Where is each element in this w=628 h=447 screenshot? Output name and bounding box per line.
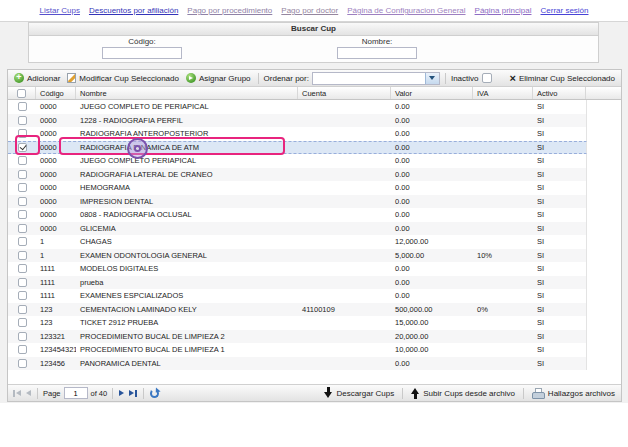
inactive-checkbox[interactable] bbox=[482, 73, 492, 83]
row-checkbox[interactable] bbox=[18, 278, 27, 287]
nav-link-2[interactable]: Pago por procedimiento bbox=[187, 6, 272, 15]
last-page-button[interactable] bbox=[128, 390, 138, 397]
row-checkbox[interactable] bbox=[18, 143, 27, 152]
row-checkbox[interactable] bbox=[18, 116, 27, 125]
row-select-cell bbox=[8, 357, 36, 371]
cell-codigo: 0000 bbox=[36, 195, 76, 209]
assign-group-icon bbox=[186, 73, 196, 83]
table-row[interactable]: 0000 IMPRESION DENTAL 0.00 SI bbox=[8, 195, 587, 209]
header-cell-valor[interactable]: Valor bbox=[391, 87, 473, 99]
row-checkbox[interactable] bbox=[18, 210, 27, 219]
table-row[interactable]: 0000 RADIOGRAFIA ANTEROPOSTERIOR 0.00 SI bbox=[8, 127, 587, 141]
prev-page-button[interactable] bbox=[25, 390, 32, 396]
row-checkbox[interactable] bbox=[18, 251, 27, 260]
table-row[interactable]: 0000 1228 - RADIOGRAFIA PERFIL 0.00 SI bbox=[8, 114, 587, 128]
table-row[interactable]: 123456 PANORAMICA DENTAL 0.00 SI bbox=[8, 357, 587, 371]
table-row[interactable]: 123321 PROCEDIMIENTO BUCAL DE LIMPIEZA 2… bbox=[8, 330, 587, 344]
cell-valor: 0.00 bbox=[391, 127, 473, 141]
row-checkbox[interactable] bbox=[18, 345, 27, 354]
nombre-input[interactable] bbox=[337, 47, 417, 59]
row-checkbox[interactable] bbox=[18, 264, 27, 273]
cell-codigo: 0000 bbox=[36, 100, 76, 114]
header-cell-iva[interactable]: IVA bbox=[473, 87, 533, 99]
refresh-button[interactable] bbox=[149, 389, 160, 398]
header-cell-cuenta[interactable]: Cuenta bbox=[298, 87, 391, 99]
nav-link-4[interactable]: Página de Configuracion General bbox=[347, 6, 465, 15]
row-checkbox[interactable] bbox=[18, 170, 27, 179]
download-arrow-icon bbox=[324, 387, 333, 399]
assign-group-button[interactable]: Asignar Grupo bbox=[184, 71, 253, 86]
nombre-field-group: Nombre: bbox=[337, 37, 417, 59]
header-cell-nombre[interactable]: Nombre bbox=[76, 87, 298, 99]
header-cell-codigo[interactable]: Código bbox=[36, 87, 76, 99]
row-checkbox[interactable] bbox=[18, 359, 27, 368]
page-number-input[interactable] bbox=[64, 387, 88, 399]
table-row[interactable]: 123454321 PROCEDIMIENTO BUCAL DE LIMPIEZ… bbox=[8, 343, 587, 357]
select-all-checkbox[interactable] bbox=[17, 89, 26, 98]
row-select-cell bbox=[8, 100, 36, 114]
nav-link-1[interactable]: Descuentos por afiliación bbox=[89, 6, 178, 15]
cell-valor: 0.00 bbox=[391, 262, 473, 276]
cell-iva bbox=[473, 235, 533, 249]
table-row[interactable]: 0000 JUEGO COMPLETO DE PERIAPICAL 0.00 S… bbox=[8, 100, 587, 114]
download-cups-button[interactable]: Descargar Cups bbox=[322, 386, 396, 401]
nav-link-5[interactable]: Página principal bbox=[475, 6, 532, 15]
row-checkbox[interactable] bbox=[18, 291, 27, 300]
table-row[interactable]: 1111 EXAMENES ESPCIALIZADOS 0.00 SI bbox=[8, 289, 587, 303]
cell-nombre: 0808 - RADIOGRAFIA OCLUSAL bbox=[76, 208, 298, 222]
first-page-icon bbox=[16, 390, 21, 396]
table-row[interactable]: 0000 JUEGO COMPLETO PERIAPICAL 0.00 SI bbox=[8, 154, 587, 168]
next-page-button[interactable] bbox=[118, 390, 125, 396]
cell-valor: 0.00 bbox=[391, 154, 473, 168]
table-row[interactable]: 0000 0808 - RADIOGRAFIA OCLUSAL 0.00 SI bbox=[8, 208, 587, 222]
cell-iva bbox=[473, 357, 533, 371]
row-checkbox[interactable] bbox=[18, 129, 27, 138]
row-checkbox[interactable] bbox=[18, 318, 27, 327]
table-row[interactable]: 123 CEMENTACION LAMINADO KELY 41100109 5… bbox=[8, 303, 587, 317]
chevron-down-icon[interactable] bbox=[425, 73, 439, 84]
cell-cuenta bbox=[298, 316, 391, 330]
cell-cuenta bbox=[298, 195, 391, 209]
cell-activo: SI bbox=[533, 195, 586, 209]
cell-codigo: 1111 bbox=[36, 262, 76, 276]
table-row[interactable]: 0000 GLICEMIA 0.00 SI bbox=[8, 222, 587, 236]
first-page-button[interactable] bbox=[12, 390, 22, 397]
table-row[interactable]: 1111 prueba 0.00 SI bbox=[8, 276, 587, 290]
nav-link-3[interactable]: Pago por doctor bbox=[281, 6, 338, 15]
cell-activo: SI bbox=[533, 127, 586, 141]
nav-link-6[interactable]: Cerrar sesión bbox=[540, 6, 588, 15]
page-content: Buscar Cup Código: Nombre: Adicionar Mod… bbox=[0, 22, 628, 403]
order-by-select[interactable] bbox=[312, 72, 440, 85]
nav-link-0[interactable]: Listar Cups bbox=[39, 6, 79, 15]
row-checkbox[interactable] bbox=[18, 183, 27, 192]
delete-button[interactable]: × Eliminar Cup Seleccionado bbox=[508, 71, 618, 86]
table-row[interactable]: 0000 RADIOGRAFIA DINAMICA DE ATM 0.00 SI bbox=[8, 141, 587, 155]
cell-valor: 5,000.00 bbox=[391, 249, 473, 263]
paging-separator bbox=[523, 388, 524, 399]
row-checkbox[interactable] bbox=[18, 197, 27, 206]
add-button[interactable]: Adicionar bbox=[12, 71, 62, 86]
cell-codigo: 0000 bbox=[36, 208, 76, 222]
row-checkbox[interactable] bbox=[18, 102, 27, 111]
row-checkbox[interactable] bbox=[18, 156, 27, 165]
cell-iva bbox=[473, 343, 533, 357]
table-row[interactable]: 1 EXAMEN ODONTOLOGIA GENERAL 5,000.00 10… bbox=[8, 249, 587, 263]
row-checkbox[interactable] bbox=[18, 305, 27, 314]
table-row[interactable]: 123 TICKET 2912 PRUEBA 15,000.00 SI bbox=[8, 316, 587, 330]
table-row[interactable]: 0000 HEMOGRAMA 0.00 SI bbox=[8, 181, 587, 195]
row-checkbox[interactable] bbox=[18, 237, 27, 246]
table-row[interactable]: 1 CHAGAS 12,000.00 SI bbox=[8, 235, 587, 249]
header-cell-activo[interactable]: Activo bbox=[533, 87, 586, 99]
table-row[interactable]: 1111 MODELOS DIGITALES 0.00 SI bbox=[8, 262, 587, 276]
cell-activo: SI bbox=[533, 357, 586, 371]
row-checkbox[interactable] bbox=[18, 332, 27, 341]
table-row[interactable]: 0000 RADIOGRAFIA LATERAL DE CRANEO 0.00 … bbox=[8, 168, 587, 182]
findings-files-button[interactable]: Hallazgos archivos bbox=[530, 386, 617, 401]
cell-cuenta bbox=[298, 142, 391, 154]
modify-button[interactable]: Modificar Cup Seleccionado bbox=[65, 71, 181, 86]
delete-x-icon: × bbox=[510, 73, 516, 83]
upload-cups-button[interactable]: Subir Cups desde archivo bbox=[409, 386, 517, 401]
codigo-input[interactable] bbox=[102, 47, 182, 59]
row-checkbox[interactable] bbox=[18, 224, 27, 233]
add-icon bbox=[14, 73, 24, 83]
